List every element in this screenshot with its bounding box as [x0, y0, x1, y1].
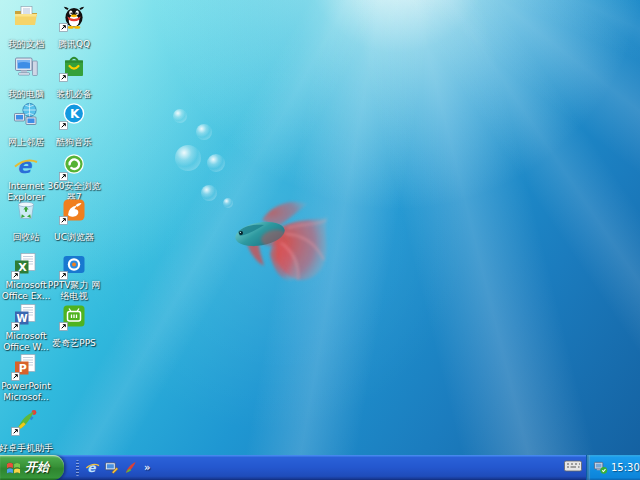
hardware-device-icon[interactable] — [593, 460, 608, 475]
internet-explorer-icon[interactable]: e — [84, 458, 101, 477]
shortcut-arrow-badge — [59, 121, 68, 130]
kugou-music-icon: K — [61, 102, 87, 128]
360-browser-icon — [61, 153, 87, 179]
desktop-wallpaper: 我的文档腾讯QQ我的电脑装机必备网上邻居K酷狗音乐eInternet Explo… — [0, 0, 640, 480]
show-desktop-icon[interactable] — [103, 458, 120, 477]
bubble — [175, 145, 201, 171]
shortcut-arrow-badge — [59, 216, 68, 225]
svg-text:e: e — [17, 154, 33, 178]
shortcut-arrow-badge — [11, 322, 20, 331]
light-ray — [332, 0, 640, 480]
light-ray — [364, 0, 640, 427]
bubble — [201, 185, 217, 201]
language-keyboard-icon[interactable] — [564, 459, 582, 474]
shortcut-arrow-badge — [11, 271, 20, 280]
desktop-icon-label: 酷狗音乐 — [46, 137, 102, 148]
desktop-icon-zhuangji-bibei[interactable]: 装机必备 — [51, 54, 97, 101]
desktop-icon-uc-browser[interactable]: UC浏览器 — [51, 197, 97, 244]
shortcut-arrow-badge — [59, 322, 68, 331]
word-icon: W — [13, 303, 39, 329]
desktop-icon-my-documents[interactable]: 我的文档 — [3, 4, 49, 51]
shortcut-arrow-badge — [11, 372, 20, 381]
powerpoint-icon: P — [13, 353, 39, 379]
system-tray: 15:30 — [586, 455, 640, 480]
internet-explorer-icon: e — [13, 153, 39, 179]
light-ray — [383, 0, 640, 257]
betta-fish — [224, 182, 342, 300]
qq-icon — [61, 4, 87, 30]
desktop-icon-label: UC浏览器 — [46, 232, 102, 243]
desktop-icon-my-computer[interactable]: 我的电脑 — [3, 54, 49, 101]
windows-flag-icon — [6, 460, 21, 475]
desktop-icon-haozhuo-assistant[interactable]: 好卓手机助手 — [3, 408, 49, 455]
bubble — [196, 124, 212, 140]
start-button[interactable]: 开始 — [0, 455, 64, 480]
desktop-icon-pptv[interactable]: PPTV聚力 网络电视 — [51, 252, 97, 303]
shortcut-arrow-badge — [59, 172, 68, 181]
desktop-icon-network-places[interactable]: 网上邻居 — [3, 102, 49, 149]
zhuangji-bibei-icon — [61, 54, 87, 80]
pptv-icon — [61, 252, 87, 278]
desktop-icon-qq[interactable]: 腾讯QQ — [51, 4, 97, 51]
light-ray — [362, 0, 640, 480]
my-documents-icon — [13, 4, 39, 30]
network-places-icon — [13, 102, 39, 128]
recycle-bin-icon — [13, 197, 39, 223]
quick-launch-bar: e » — [68, 455, 153, 480]
desktop-icon-powerpoint[interactable]: PPowerPoint Microsof... — [3, 353, 49, 404]
svg-text:K: K — [70, 107, 80, 121]
desktop-icon-label: 爱奇艺PPS — [46, 338, 102, 349]
shortcut-arrow-badge — [59, 271, 68, 280]
my-computer-icon — [13, 54, 39, 80]
start-button-label: 开始 — [25, 459, 49, 476]
taskbar: 开始 e » — [0, 455, 640, 480]
svg-text:e: e — [87, 461, 96, 475]
haozhuo-assistant-icon — [13, 408, 39, 434]
desktop-icon-recycle-bin[interactable]: 回收站 — [3, 197, 49, 244]
bubble — [173, 109, 187, 123]
desktop-icon-label: 装机必备 — [46, 89, 102, 100]
shortcut-arrow-badge — [59, 73, 68, 82]
bubble — [207, 154, 225, 172]
desktop-icon-excel[interactable]: XMicrosoft Office Ex... — [3, 252, 49, 303]
desktop-icon-label: PowerPoint Microsof... — [0, 381, 54, 404]
quick-launch-overflow-chevron[interactable]: » — [141, 462, 153, 473]
uc-browser-icon — [61, 197, 87, 223]
desktop-icon-label: PPTV聚力 网络电视 — [46, 280, 102, 303]
desktop-icon-label: 好卓手机助手 — [0, 443, 54, 454]
iqiyi-pps-icon — [61, 303, 87, 329]
clock[interactable]: 15:30 — [611, 462, 640, 473]
desktop-icon-iqiyi-pps[interactable]: 爱奇艺PPS — [51, 303, 97, 350]
shortcut-arrow-badge — [11, 427, 20, 436]
app-swoosh-icon[interactable] — [122, 458, 139, 477]
shortcut-arrow-badge — [59, 23, 68, 32]
desktop-icon-kugou-music[interactable]: K酷狗音乐 — [51, 102, 97, 149]
desktop-icon-word[interactable]: WMicrosoft Office W... — [3, 303, 49, 354]
desktop-icon-label: 腾讯QQ — [46, 39, 102, 50]
svg-text:P: P — [19, 362, 27, 375]
excel-icon: X — [13, 252, 39, 278]
